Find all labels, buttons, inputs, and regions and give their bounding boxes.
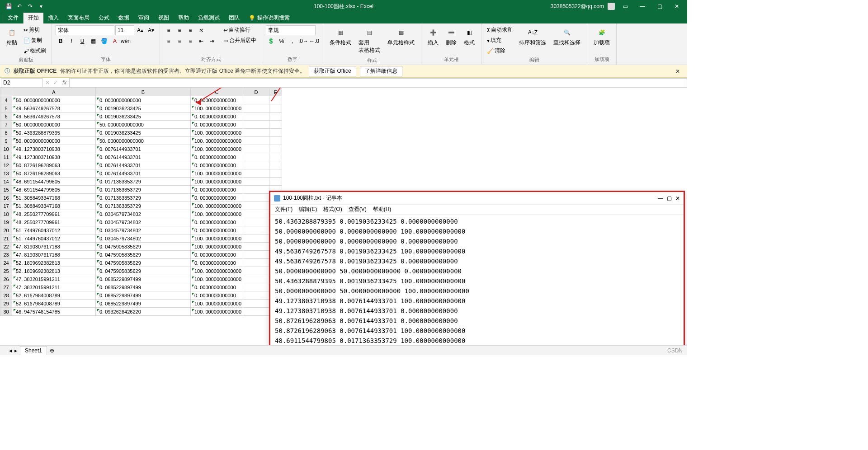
cell[interactable]: 0. 0685229897499 (96, 283, 191, 291)
row-header[interactable]: 12 (0, 161, 12, 169)
find-select-button[interactable]: 🔍查找和选择 (551, 25, 583, 48)
cell[interactable]: 0. 0171363353729 (96, 194, 191, 202)
cell[interactable] (269, 169, 282, 178)
insert-cells-button[interactable]: ➕插入 (425, 25, 441, 48)
cell[interactable]: 49. 1273803710938 (12, 145, 96, 153)
cell[interactable]: 0. 0000000000000 (191, 121, 243, 129)
cell[interactable]: 0. 0019036233425 (96, 104, 191, 112)
redo-icon[interactable]: ↷ (25, 1, 35, 11)
cell[interactable]: 100. 0000000000000 (191, 129, 243, 137)
cell[interactable]: 48. 2550277709961 (12, 210, 96, 218)
cell[interactable]: 0. 0019036233425 (96, 112, 191, 121)
sheet-nav-next-icon[interactable]: ▸ (14, 347, 17, 354)
align-top-icon[interactable]: ≡ (164, 25, 174, 35)
cell[interactable]: 0. 0171363353729 (96, 178, 191, 186)
cell[interactable]: 50. 0000000000000 (12, 137, 96, 145)
cell[interactable]: 0. 0685229897499 (96, 291, 191, 300)
col-header[interactable]: D (243, 88, 269, 96)
format-cells-button[interactable]: ◧格式 (461, 25, 477, 48)
cell[interactable]: 100. 0000000000000 (191, 137, 243, 145)
italic-button[interactable]: I (66, 36, 76, 46)
cell[interactable] (243, 186, 269, 194)
np-max-icon[interactable]: ▢ (667, 195, 672, 202)
cell[interactable]: 100. 0000000000000 (191, 308, 243, 316)
row-header[interactable]: 26 (0, 275, 12, 283)
spreadsheet-grid[interactable]: ABCDE 450. 00000000000000. 0000000000000… (0, 88, 282, 316)
row-header[interactable]: 5 (0, 104, 12, 112)
cell[interactable]: 0. 0000000000000 (191, 112, 243, 121)
np-menu-view[interactable]: 查看(V) (349, 206, 367, 213)
paste-button[interactable]: 📋粘贴 (4, 25, 20, 48)
row-header[interactable]: 11 (0, 153, 12, 161)
cell[interactable]: 0. 0171363353729 (96, 186, 191, 194)
percent-icon[interactable]: % (277, 36, 287, 46)
cell[interactable]: 0. 0019036233425 (96, 129, 191, 137)
cell[interactable] (269, 104, 282, 112)
sheet-nav-prev-icon[interactable]: ◂ (9, 347, 12, 354)
cell-styles-button[interactable]: ▥单元格样式 (385, 25, 417, 48)
cell[interactable]: 48. 2550277709961 (12, 218, 96, 226)
cell[interactable] (243, 112, 269, 121)
cell[interactable] (269, 129, 282, 137)
merge-center-button[interactable]: ▭ 合并后居中 (222, 36, 258, 45)
cell[interactable]: 48. 6911544799805 (12, 186, 96, 194)
cell[interactable] (243, 161, 269, 169)
cell[interactable]: 47. 3832015991211 (12, 283, 96, 291)
cell[interactable] (243, 210, 269, 218)
notepad-content[interactable]: 50.4363288879395 0.0019036233425 0.00000… (270, 215, 684, 345)
cell[interactable] (269, 121, 282, 129)
notice-close-icon[interactable]: ✕ (673, 68, 683, 75)
cell[interactable]: 46. 9475746154785 (12, 308, 96, 316)
cell[interactable]: 100. 0000000000000 (191, 300, 243, 308)
cond-format-button[interactable]: ▦条件格式 (327, 25, 354, 48)
row-header[interactable]: 27 (0, 283, 12, 291)
cell[interactable] (243, 202, 269, 210)
cell[interactable]: 0. 0076144933701 (96, 153, 191, 161)
cell[interactable]: 0. 0000000000000 (191, 186, 243, 194)
cell[interactable]: 0. 0932626426220 (96, 308, 191, 316)
addin-button[interactable]: 🧩加载项 (591, 25, 613, 48)
maximize-icon[interactable]: ▢ (653, 1, 666, 11)
cell[interactable]: 0. 0000000000000 (191, 251, 243, 259)
fx-icon[interactable]: fx (60, 80, 69, 86)
cell[interactable]: 0. 0304579734802 (96, 218, 191, 226)
cell[interactable]: 100. 0000000000000 (191, 234, 243, 243)
copy-button[interactable]: 📄 复制 (22, 36, 48, 45)
cell[interactable] (243, 308, 269, 316)
cell[interactable] (243, 283, 269, 291)
np-menu-edit[interactable]: 编辑(E) (299, 206, 317, 213)
cell[interactable]: 52. 6167984008789 (12, 291, 96, 300)
cell[interactable] (243, 291, 269, 300)
cell[interactable] (243, 153, 269, 161)
undo-icon[interactable]: ↶ (14, 1, 24, 11)
row-header[interactable]: 6 (0, 112, 12, 121)
row-header[interactable]: 17 (0, 202, 12, 210)
tab-insert[interactable]: 插入 (43, 12, 63, 23)
cell[interactable]: 52. 1809692382813 (12, 259, 96, 267)
shrink-font-icon[interactable]: A▾ (146, 25, 156, 35)
minimize-icon[interactable]: — (636, 1, 649, 11)
tell-me[interactable]: 💡操作说明搜索 (244, 12, 294, 23)
cell[interactable]: 47. 3832015991211 (12, 275, 96, 283)
fill-button[interactable]: ▾ 填充 (485, 36, 514, 45)
col-header[interactable]: C (191, 88, 243, 96)
align-center-icon[interactable]: ≡ (175, 36, 184, 46)
cell[interactable]: 0. 0000000000000 (191, 161, 243, 169)
cell[interactable]: 100. 0000000000000 (191, 178, 243, 186)
cell[interactable]: 100. 0000000000000 (191, 243, 243, 251)
avatar[interactable] (608, 3, 615, 10)
cell[interactable]: 0. 0000000000000 (191, 226, 243, 234)
cell[interactable]: 51. 3088493347168 (12, 202, 96, 210)
cell[interactable] (269, 96, 282, 104)
col-header[interactable]: A (12, 88, 96, 96)
align-middle-icon[interactable]: ≡ (175, 25, 184, 35)
cell[interactable]: 50. 8726196289063 (12, 169, 96, 178)
row-header[interactable]: 10 (0, 145, 12, 153)
cell[interactable] (243, 194, 269, 202)
cell[interactable]: 49. 5636749267578 (12, 104, 96, 112)
row-header[interactable]: 30 (0, 308, 12, 316)
col-header[interactable] (0, 88, 12, 96)
cell[interactable]: 100. 0000000000000 (191, 104, 243, 112)
cell[interactable] (243, 218, 269, 226)
clear-button[interactable]: 🧹 清除 (485, 46, 514, 56)
